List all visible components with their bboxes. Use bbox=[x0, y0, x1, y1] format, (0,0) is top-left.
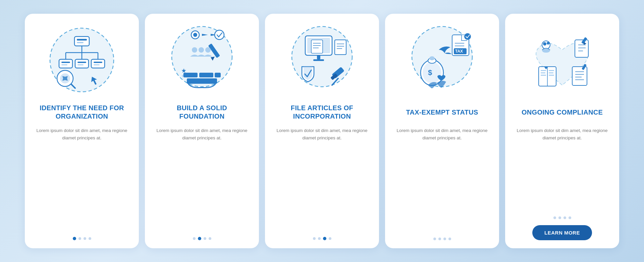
dot-5-4[interactable] bbox=[569, 216, 571, 219]
svg-rect-48 bbox=[317, 55, 320, 59]
dot-2-1[interactable] bbox=[193, 237, 196, 240]
svg-rect-84 bbox=[549, 70, 554, 71]
dot-5-1[interactable] bbox=[553, 216, 556, 219]
card-2-title: BUILD A SOLID FOUNDATION bbox=[154, 102, 250, 122]
dot-2-2[interactable] bbox=[198, 237, 201, 240]
dot-4-2[interactable] bbox=[438, 238, 441, 240]
card-2-illustration: ★ ★ ★ bbox=[165, 23, 239, 97]
svg-rect-2 bbox=[77, 39, 87, 41]
card-1-illustration bbox=[45, 23, 119, 97]
dot-4-1[interactable] bbox=[433, 238, 436, 240]
svg-rect-12 bbox=[77, 62, 86, 63]
dot-5-2[interactable] bbox=[558, 216, 561, 219]
card-3-dots bbox=[313, 237, 331, 240]
learn-more-button[interactable]: LEARN MORE bbox=[532, 225, 592, 240]
svg-rect-7 bbox=[59, 59, 72, 68]
svg-rect-81 bbox=[541, 70, 546, 71]
svg-text:TAX: TAX bbox=[455, 49, 463, 54]
svg-rect-9 bbox=[61, 64, 67, 65]
svg-rect-44 bbox=[311, 40, 323, 53]
svg-rect-86 bbox=[549, 75, 554, 76]
dot-2-3[interactable] bbox=[204, 237, 206, 240]
svg-rect-17 bbox=[94, 64, 100, 65]
dot-4-3[interactable] bbox=[443, 238, 446, 240]
card-4-illustration: $ TAX bbox=[405, 23, 479, 97]
cards-container: IDENTIFY THE NEED FOR ORGANIZATION Lorem… bbox=[11, 4, 633, 258]
card-articles: FILE ARTICLES OF INCORPORATION Lorem ips… bbox=[265, 14, 379, 248]
card-2-dots bbox=[193, 237, 211, 240]
svg-rect-50 bbox=[335, 40, 346, 55]
svg-rect-88 bbox=[572, 67, 587, 85]
svg-point-72 bbox=[547, 42, 549, 45]
svg-point-38 bbox=[192, 47, 197, 53]
card-3-illustration bbox=[285, 23, 359, 97]
card-3-title: FILE ARTICLES OF INCORPORATION bbox=[274, 102, 370, 122]
svg-rect-16 bbox=[94, 62, 102, 63]
dot-2-4[interactable] bbox=[209, 237, 211, 240]
svg-point-25 bbox=[193, 33, 197, 37]
svg-rect-3 bbox=[77, 42, 84, 43]
svg-rect-35 bbox=[183, 73, 198, 77]
card-4-title: TAX-EXEMPT STATUS bbox=[406, 102, 478, 122]
dot-1-2[interactable] bbox=[78, 237, 81, 240]
svg-rect-36 bbox=[199, 73, 213, 77]
svg-point-71 bbox=[543, 42, 546, 46]
svg-rect-37 bbox=[215, 73, 221, 77]
card-3-text: Lorem ipsum dolor sit dim amet, mea regi… bbox=[274, 127, 370, 231]
dot-1-1[interactable] bbox=[73, 237, 76, 240]
card-compliance: ONGOING COMPLIANCE Lorem ipsum dolor sit… bbox=[505, 14, 619, 248]
card-1-text: Lorem ipsum dolor sit dim amet, mea regi… bbox=[34, 127, 129, 231]
card-5-title: ONGOING COMPLIANCE bbox=[522, 102, 603, 122]
svg-point-28 bbox=[215, 30, 224, 40]
svg-rect-49 bbox=[313, 59, 324, 61]
svg-point-40 bbox=[205, 47, 211, 53]
dot-1-3[interactable] bbox=[84, 237, 86, 240]
svg-rect-15 bbox=[91, 59, 105, 68]
svg-rect-8 bbox=[61, 62, 70, 63]
card-2-text: Lorem ipsum dolor sit dim amet, mea regi… bbox=[154, 127, 250, 231]
card-4-dots bbox=[433, 238, 451, 240]
dot-1-4[interactable] bbox=[89, 237, 91, 240]
dot-3-1[interactable] bbox=[313, 237, 316, 240]
svg-point-39 bbox=[199, 47, 204, 53]
dot-3-3[interactable] bbox=[323, 237, 326, 240]
svg-rect-82 bbox=[541, 72, 545, 73]
svg-text:$: $ bbox=[428, 68, 432, 77]
svg-rect-34 bbox=[187, 78, 217, 84]
card-5-dots bbox=[553, 216, 571, 219]
dot-3-4[interactable] bbox=[329, 237, 331, 240]
card-5-illustration bbox=[525, 23, 599, 97]
card-4-text: Lorem ipsum dolor sit dim amet, mea regi… bbox=[394, 127, 490, 232]
card-identify: IDENTIFY THE NEED FOR ORGANIZATION Lorem… bbox=[25, 14, 139, 248]
dot-5-3[interactable] bbox=[564, 216, 566, 219]
dot-4-4[interactable] bbox=[448, 238, 451, 240]
svg-point-69 bbox=[464, 33, 471, 40]
card-foundation: ★ ★ ★ BUILD A SOLID FOUNDATION Lorem i bbox=[145, 14, 259, 248]
dot-3-2[interactable] bbox=[318, 237, 321, 240]
svg-point-62 bbox=[429, 56, 435, 60]
card-1-title: IDENTIFY THE NEED FOR ORGANIZATION bbox=[34, 102, 129, 122]
svg-rect-11 bbox=[75, 59, 89, 68]
card-1-dots bbox=[73, 237, 91, 240]
svg-rect-1 bbox=[74, 37, 89, 46]
svg-marker-21 bbox=[62, 76, 68, 81]
card-5-text: Lorem ipsum dolor sit dim amet, mea regi… bbox=[515, 127, 610, 210]
svg-rect-85 bbox=[549, 72, 553, 73]
card-tax: $ TAX bbox=[385, 14, 499, 248]
svg-rect-83 bbox=[541, 75, 546, 76]
svg-rect-13 bbox=[77, 64, 84, 65]
